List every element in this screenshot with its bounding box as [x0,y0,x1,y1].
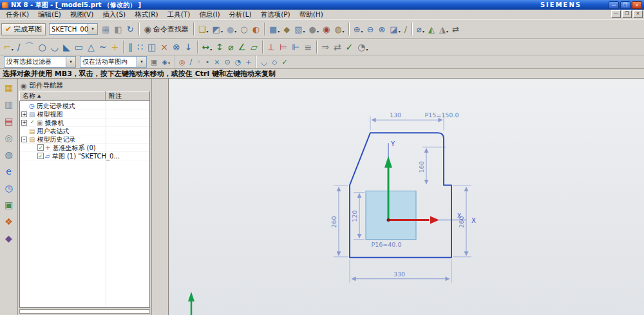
toolbar-button[interactable]: ○ [238,22,250,36]
toolbar-button[interactable]: ~ [97,40,109,54]
type-filter-combo[interactable]: 没有选择过滤器 ▾ [4,56,76,68]
toolbar-button[interactable]: ◭ [426,22,437,36]
resource-bar-button[interactable]: e [2,164,16,178]
toolbar-button[interactable]: ⌐ ▾ [1,40,15,54]
visibility-checkbox[interactable]: ✓ [29,119,35,126]
visibility-checkbox[interactable]: ✓ [37,144,44,151]
toolbar-button[interactable]: ✓ [344,40,356,54]
chevron-down-icon[interactable]: ▾ [88,24,97,34]
toolbar-button[interactable]: ⇄ [450,22,462,36]
toolbar-button[interactable]: ◧ [112,22,124,36]
sketch-canvas[interactable]: Y X X 130 P15=150.0 160 120 260 260 330 … [169,79,644,315]
toolbar-button[interactable]: ◩ ▾ [211,22,225,36]
resource-bar-button[interactable]: ▥ [2,97,16,111]
toolbar-button[interactable]: ● ▾ [307,22,321,36]
menu-item-task[interactable]: 任务(K) [1,10,33,19]
toolbar-button[interactable]: ⇄ [332,40,344,54]
toolbar-button[interactable]: × [158,40,171,54]
scope-filter-combo[interactable]: 仅在活动草图内 ▾ [80,56,147,68]
toolbar-button[interactable]: ▣ [149,56,160,68]
column-header-name[interactable]: 名称 ▲ [19,91,106,101]
toolbar-button[interactable]: ✓ [280,56,290,68]
toolbar-button[interactable]: ⊖ [365,22,377,36]
graphics-window[interactable]: Y X X 130 P15=150.0 160 120 260 260 330 … [169,79,644,315]
menu-item-format[interactable]: 格式(R) [130,10,163,19]
resource-bar-button[interactable]: ◎ [2,131,16,145]
toolbar-button[interactable]: ◔ ▾ [355,40,370,54]
toolbar-button[interactable]: ⊩ [290,40,302,54]
menu-item-edit[interactable]: 编辑(E) [33,10,66,19]
toolbar-button[interactable]: • [204,56,213,68]
tree-row[interactable]: ✓ ▱ 草图 (1) "SKETCH_0... [20,152,149,160]
toolbar-button[interactable]: ▧ ▾ [292,22,307,36]
column-header-note[interactable]: 附注 [106,91,150,101]
toolbar-button[interactable]: ◆ [281,22,292,36]
tree-expander[interactable]: - [21,137,27,142]
resource-bar-button[interactable]: ▤ [2,114,16,128]
toolbar-button[interactable]: ◦ [194,56,204,68]
toolbar-button[interactable]: ↕ [214,40,226,54]
toolbar-button[interactable]: ▱ [249,40,260,54]
tree-row[interactable]: ◷ 历史记录模式 [20,102,149,110]
toolbar-button[interactable]: △ [86,40,97,54]
resource-bar-button[interactable]: ◍ [2,148,16,162]
toolbar-button[interactable]: ◐ [251,22,262,36]
toolbar-button[interactable]: ○ [36,40,48,54]
toolbar-button[interactable]: ▭ [73,40,86,54]
toolbar-button[interactable]: ❑ ▾ [196,22,211,36]
toolbar-button[interactable]: ■ ▾ [267,22,281,36]
menu-item-tools[interactable]: 工具(T) [163,10,195,19]
chevron-down-icon[interactable]: ▾ [66,57,75,67]
minimize-button[interactable]: — [609,1,619,9]
toolbar-button[interactable]: ⌀ [226,40,236,54]
menu-item-information[interactable]: 信息(I) [194,10,224,19]
toolbar-button[interactable]: ⊗ [171,40,183,54]
resource-bar-button[interactable]: ◷ [2,181,16,195]
toolbar-button[interactable]: + [109,40,121,54]
menu-item-analysis[interactable]: 分析(L) [225,10,256,19]
toolbar-button[interactable]: ⌀ ▾ [415,22,426,36]
tree-expander[interactable]: + [21,111,27,117]
toolbar-button[interactable]: ⊙ [222,56,232,68]
toolbar-button[interactable]: ↓ [183,40,195,54]
toolbar-button[interactable]: ∥ [126,40,135,54]
tree-row[interactable]: - ▤ 模型历史记录 [20,135,149,144]
child-restore-button[interactable]: ❐ [622,10,632,18]
child-close-button[interactable]: × [633,10,643,18]
toolbar-button[interactable]: ● ▾ [225,22,238,36]
resource-bar-button[interactable]: ◆ [2,231,16,245]
panel-splitter[interactable] [152,79,169,315]
toolbar-button[interactable]: ◫ [146,40,158,54]
toolbar-button[interactable]: ◈ ▾ [160,56,171,68]
toolbar-button[interactable]: ◣ [61,40,73,54]
toolbar-button[interactable]: ↻ [125,22,137,36]
resource-bar-button[interactable]: ❖ [2,215,16,229]
tree-expander[interactable]: + [21,120,27,126]
toolbar-button[interactable]: ⇒ [319,40,332,54]
visibility-checkbox[interactable]: ✓ [37,153,44,159]
toolbar-button[interactable]: ⊥ [265,40,278,54]
toolbar-button[interactable]: ∕ [402,22,410,36]
toolbar-button[interactable]: ∕ [188,56,195,68]
toolbar-button[interactable]: + [243,56,254,68]
resource-bar-button[interactable]: ▦ [2,81,16,95]
close-button[interactable]: × [632,1,642,9]
toolbar-button[interactable]: ⌒ [23,40,36,54]
finish-sketch-button[interactable]: ✔ 完成草图 [1,23,46,35]
child-minimize-button[interactable]: — [611,10,621,18]
menu-item-help[interactable]: 帮助(H) [295,10,328,19]
chevron-down-icon[interactable]: ▾ [137,57,146,67]
toolbar-button[interactable]: ◉ [321,22,332,36]
toolbar-button[interactable]: ∕ [15,40,23,54]
toolbar-button[interactable]: ◔ [233,56,244,68]
menu-item-preferences[interactable]: 首选项(P) [256,10,295,19]
toolbar-button[interactable]: ◡ [259,56,270,68]
tree-row[interactable]: ✓ + 基准坐标系 (0) [20,144,149,152]
toolbar-button[interactable]: ⊕ ▾ [352,22,365,36]
toolbar-button[interactable]: ∠ [236,40,249,54]
menu-item-insert[interactable]: 插入(S) [98,10,130,19]
tree-row[interactable]: + ✓ ▣ 摄像机 [20,119,149,127]
command-finder-button[interactable]: ◉ 命令查找器 [142,24,191,34]
menu-item-view[interactable]: 视图(V) [66,10,98,19]
toolbar-button[interactable]: ↔ ▾ [200,40,214,54]
